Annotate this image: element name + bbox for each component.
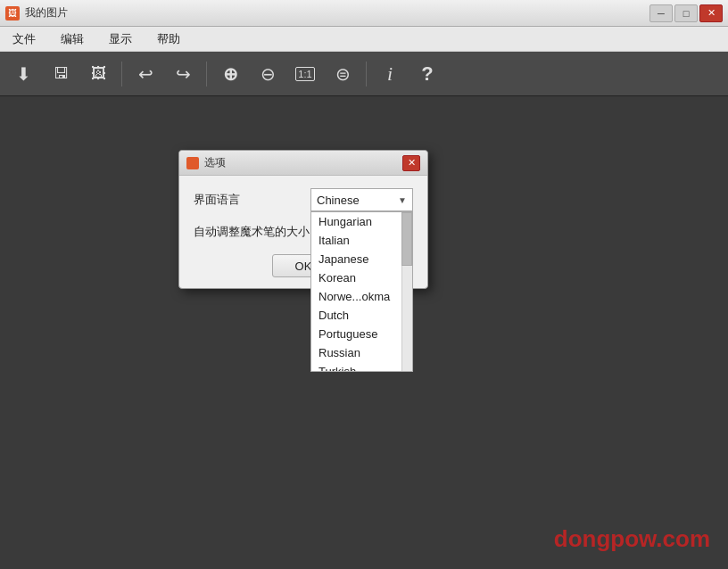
zoom-fit-button[interactable]: 1:1 xyxy=(289,58,321,90)
title-text: 我的图片 xyxy=(25,5,68,21)
dialog-close-button[interactable]: ✕ xyxy=(402,155,420,171)
language-selected-value: Chinese xyxy=(317,194,360,207)
open-folder-button[interactable]: ⬇ xyxy=(7,58,39,90)
dropdown-items-wrapper: Hungarian Italian Japanese Korean Norwe.… xyxy=(311,212,401,372)
language-select-wrapper: Chinese ▼ Hungarian Italian Japanese xyxy=(310,188,413,211)
image-button[interactable]: 🖼 xyxy=(82,58,114,90)
dialog-title-left: 选项 xyxy=(186,155,226,170)
save-button[interactable]: 🖫 xyxy=(45,58,77,90)
dialog-body: 界面语言 Chinese ▼ Hungarian xyxy=(179,176,427,288)
dropdown-item-turkish[interactable]: Turkish xyxy=(311,362,401,372)
dropdown-item-korean[interactable]: Korean xyxy=(311,268,401,287)
dropdown-arrow-icon: ▼ xyxy=(398,195,407,205)
maximize-button[interactable]: □ xyxy=(674,4,698,22)
zoom-in-icon: ⊕ xyxy=(223,63,238,85)
zoom-out-button[interactable]: ⊖ xyxy=(252,58,284,90)
menu-view[interactable]: 显示 xyxy=(103,29,137,49)
menu-file[interactable]: 文件 xyxy=(7,29,41,49)
toolbar-separator-3 xyxy=(366,62,367,87)
undo-button[interactable]: ↩ xyxy=(129,58,161,90)
zoom-custom-button[interactable]: ⊜ xyxy=(327,58,359,90)
toolbar-separator xyxy=(121,62,122,87)
dropdown-item-hungarian[interactable]: Hungarian xyxy=(311,212,401,231)
dialog-overlay: 选项 ✕ 界面语言 Chinese ▼ xyxy=(0,96,728,569)
language-label: 界面语言 xyxy=(194,192,240,208)
options-dialog: 选项 ✕ 界面语言 Chinese ▼ xyxy=(178,150,428,289)
help-icon: ? xyxy=(421,62,433,86)
zoom-custom-icon: ⊜ xyxy=(335,63,351,85)
help-button[interactable]: ? xyxy=(411,58,443,90)
dialog-titlebar: 选项 ✕ xyxy=(179,151,427,176)
dropdown-scrollbar[interactable] xyxy=(401,212,412,371)
minimize-button[interactable]: ─ xyxy=(649,4,673,22)
title-bar: 🖼 我的图片 ─ □ ✕ xyxy=(0,0,728,27)
menu-edit[interactable]: 编辑 xyxy=(55,29,89,49)
language-row: 界面语言 Chinese ▼ Hungarian xyxy=(194,188,413,211)
dialog-title-text: 选项 xyxy=(204,155,226,170)
redo-icon: ↪ xyxy=(176,63,191,85)
auto-adjust-label: 自动调整魔术笔的大小 xyxy=(194,225,310,238)
toolbar: ⬇ 🖫 🖼 ↩ ↪ ⊕ ⊖ 1:1 ⊜ i ? xyxy=(0,52,728,96)
dropdown-item-norwegian[interactable]: Norwe...okma xyxy=(311,287,401,306)
main-area: dongpow.com 选项 ✕ 界面语言 Chinese xyxy=(0,96,728,569)
dialog-icon xyxy=(186,157,199,169)
info-icon: i xyxy=(387,62,393,86)
info-button[interactable]: i xyxy=(374,58,406,90)
language-dropdown[interactable]: Hungarian Italian Japanese Korean Norwe.… xyxy=(310,211,413,372)
app-icon: 🖼 xyxy=(5,6,20,21)
image-icon: 🖼 xyxy=(91,65,106,83)
dropdown-item-portuguese[interactable]: Portuguese xyxy=(311,325,401,343)
dropdown-item-italian[interactable]: Italian xyxy=(311,231,401,250)
redo-button[interactable]: ↪ xyxy=(167,58,199,90)
save-icon: 🖫 xyxy=(54,65,69,83)
menu-help[interactable]: 帮助 xyxy=(152,29,186,49)
undo-icon: ↩ xyxy=(138,63,153,85)
title-left: 🖼 我的图片 xyxy=(5,5,68,21)
zoom-fit-icon: 1:1 xyxy=(295,67,314,81)
dropdown-item-dutch[interactable]: Dutch xyxy=(311,306,401,325)
dropdown-scroll-thumb[interactable] xyxy=(401,212,412,266)
toolbar-separator-2 xyxy=(206,62,207,87)
open-folder-icon: ⬇ xyxy=(16,63,31,85)
zoom-in-button[interactable]: ⊕ xyxy=(214,58,246,90)
zoom-out-icon: ⊖ xyxy=(261,63,276,85)
dropdown-item-russian[interactable]: Russian xyxy=(311,343,401,362)
dropdown-item-japanese[interactable]: Japanese xyxy=(311,250,401,268)
menu-bar: 文件 编辑 显示 帮助 xyxy=(0,27,728,52)
title-controls: ─ □ ✕ xyxy=(649,4,723,22)
window-close-button[interactable]: ✕ xyxy=(699,4,723,22)
language-select[interactable]: Chinese ▼ xyxy=(310,188,413,211)
